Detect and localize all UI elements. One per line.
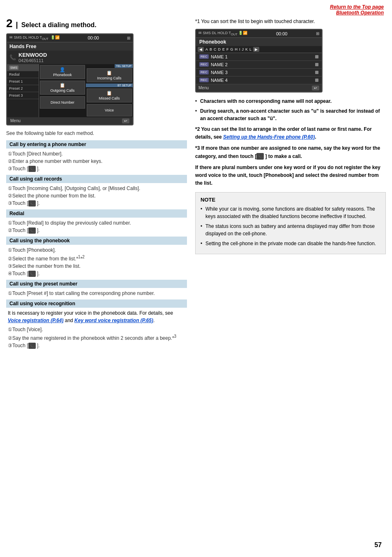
star2-note: *2 You can set the list to arrange in th…: [195, 125, 386, 141]
hands-free-setup-link[interactable]: Setting up the Hands-Free phone (P.60): [223, 134, 315, 140]
step-text: ①Touch [Redial] to display the previousl…: [8, 219, 131, 227]
alpha-E[interactable]: E: [222, 47, 225, 51]
bullet-item-2: During search, a non-accent character su…: [195, 107, 386, 122]
step-heading: 2 | Select a dialing method.: [6, 18, 187, 29]
main-content: 2 | Select a dialing method. ✉ SMS DL HO…: [0, 18, 392, 351]
alpha-A[interactable]: A: [205, 47, 208, 51]
alpha-right-arrow[interactable]: ▶: [253, 47, 259, 52]
alpha-F[interactable]: F: [226, 47, 229, 51]
hands-free-screen: ✉ SMS DL HOLD TOUT 🔋📶 00:00 ⊞ Hands Free…: [6, 33, 134, 125]
screen-outgoing-btn[interactable]: 📋 Outgoing Calls: [40, 81, 85, 95]
bt-setup-label: BT SETUP: [86, 84, 133, 87]
step-text: ③Touch [📞 ].: [8, 342, 40, 349]
screen-phonebook-btn[interactable]: 👤 Phonebook: [40, 65, 85, 79]
outgoing-icon: 📋: [60, 83, 65, 88]
pb-menu-label: Menu: [198, 86, 209, 90]
pb-back-button[interactable]: ↩: [312, 86, 319, 91]
right-column: *1 You can sort the list to begin with t…: [195, 18, 386, 351]
alpha-G[interactable]: G: [230, 47, 234, 51]
bullet-2-text: During search, a non-accent character su…: [200, 108, 380, 121]
note-item-2: The status icons such as battery and ant…: [201, 223, 380, 237]
star3-section: *3 If more than one number are assigned …: [195, 144, 386, 187]
screen-top-bar: ✉ SMS DL HOLD TOUT 🔋📶 00:00 ⊞: [7, 34, 133, 42]
step-text: ①Touch [Preset #] to start calling the c…: [8, 290, 155, 297]
step-item: ①Touch [Phonebook].: [8, 246, 185, 254]
pb-title-text: Phonebook: [199, 39, 226, 45]
step-text: ②Select the phone number from the list.: [8, 192, 96, 200]
return-to-top-link[interactable]: Return to the Top page: [0, 4, 384, 10]
screen-preset1-item: Preset 1: [7, 78, 39, 85]
step-text: ③Select the number from the list.: [8, 262, 81, 270]
top-navigation: Return to the Top page Bluetooth Operati…: [0, 0, 392, 18]
screen-direct-btn[interactable]: Direct Number: [40, 96, 85, 109]
section-content-preset: ①Touch [Preset #] to start calling the c…: [6, 290, 187, 297]
phonebook-icon: 👤: [60, 67, 65, 72]
screen-buttons-area: 👤 Phonebook 📋 Outgoing Calls Direct Numb…: [39, 64, 133, 117]
screen-status-icons: ✉ SMS DL HOLD TOUT 🔋📶: [9, 35, 60, 41]
contact-phone: 0426465111: [18, 58, 47, 63]
alpha-H[interactable]: H: [235, 47, 238, 51]
screen-left-col: SMS Redial Preset 1 Preset 2 Preset 3: [7, 64, 39, 117]
contact-info: KENWOOD 0426465111: [18, 52, 47, 63]
alpha-I[interactable]: I: [239, 47, 241, 51]
step-text: ①Touch [Phonebook].: [8, 246, 56, 254]
screen-incoming-btn[interactable]: 📋 Incoming Calls: [87, 68, 132, 82]
alpha-L[interactable]: L: [249, 47, 252, 51]
tel-setup-label: TEL SETUP: [115, 64, 133, 68]
step-item: ①Touch [Incoming Calls], [Outgoing Calls…: [8, 185, 185, 192]
back-button[interactable]: ↩: [122, 118, 129, 123]
phonebook-screen: ✉ SMS DL HOLD TOUT 🔋📶 00:00 ⊞ Phonebook …: [195, 29, 323, 93]
alpha-J[interactable]: J: [242, 47, 244, 51]
phonebook-label: Phonebook: [53, 73, 72, 77]
section-header-voice: Call using voice recognition: [6, 299, 187, 308]
step-text: ②Touch [📞 ].: [8, 227, 40, 234]
alpha-C[interactable]: C: [213, 47, 217, 51]
pb-name-left-4: REC NAME 4: [199, 78, 228, 83]
step-item: ③Touch [📞 ].: [8, 165, 185, 172]
step-item: ③Select the number from the list.: [8, 262, 185, 270]
sms-badge: SMS: [9, 65, 18, 70]
keyword-voice-link[interactable]: Key word voice registration (P.65): [74, 318, 153, 323]
bluetooth-operation-link[interactable]: Bluetooth Operation: [0, 10, 384, 16]
star2-text: *2 You can set the list to arrange in th…: [195, 126, 372, 140]
screen-voice-btn[interactable]: Voice: [87, 104, 132, 116]
voice-reg-link[interactable]: Voice registration (P.64): [8, 318, 63, 323]
pb-indicator-2: [315, 63, 318, 66]
section-content-voice: It is necessary to register your voice i…: [6, 309, 187, 349]
note-item-1: While your car is moving, some functions…: [201, 205, 380, 220]
step-item: ②Touch [📞 ].: [8, 227, 185, 234]
pb-name-1: NAME 1: [211, 54, 228, 59]
step-text: ①Touch [Voice].: [8, 326, 43, 333]
step-item: ②Say the name registered in the phoneboo…: [8, 333, 185, 342]
pb-name-left-1: REC NAME 1: [199, 54, 228, 59]
rec-badge-1: REC: [199, 54, 209, 59]
star3-text: *3 If more than one number are assigned …: [195, 144, 386, 160]
section-header-redial: Redial: [6, 209, 187, 218]
screen-preset3-item: Preset 3: [7, 92, 39, 99]
section-content-call-number: ①Touch [Direct Number]. ②Enter a phone n…: [6, 150, 187, 172]
section-header-call-records: Call using call records: [6, 175, 187, 183]
contact-name: KENWOOD: [18, 52, 47, 58]
step-item: ①Touch [Redial] to display the previousl…: [8, 219, 185, 227]
screen-missed-btn[interactable]: 📋 Missed Calls: [87, 88, 132, 102]
pb-corner-icon: ⊞: [316, 31, 319, 36]
bullet-1-text: Characters with no corresponding name wi…: [200, 98, 332, 104]
step-item: ①Touch [Direct Number].: [8, 150, 185, 158]
menu-label: Menu: [10, 118, 21, 123]
incoming-label: Incoming Calls: [97, 76, 121, 80]
missed-icon: 📋: [106, 91, 112, 96]
alpha-left-arrow[interactable]: ◀: [198, 47, 204, 52]
section-header-call-number: Call by entering a phone number: [6, 140, 187, 149]
section-content-call-records: ①Touch [Incoming Calls], [Outgoing Calls…: [6, 185, 187, 207]
screen-col3: TEL SETUP 📋 Incoming Calls BT SETUP 📋 Mi…: [86, 64, 133, 117]
alpha-D[interactable]: D: [218, 47, 221, 51]
bullet-item-1: Characters with no corresponding name wi…: [195, 97, 386, 105]
alpha-B[interactable]: B: [209, 47, 212, 51]
voice-intro-text: It is necessary to register your voice i…: [8, 309, 185, 324]
screen-redial-item: Redial: [7, 71, 39, 78]
alpha-K[interactable]: K: [245, 47, 248, 51]
note-item-3: Setting the cell-phone in the private mo…: [201, 240, 380, 247]
note-title: NOTE: [201, 197, 380, 203]
step-item: ②Select the phone number from the list.: [8, 192, 185, 200]
method-subtitle: See the following table for each method.: [6, 130, 187, 136]
